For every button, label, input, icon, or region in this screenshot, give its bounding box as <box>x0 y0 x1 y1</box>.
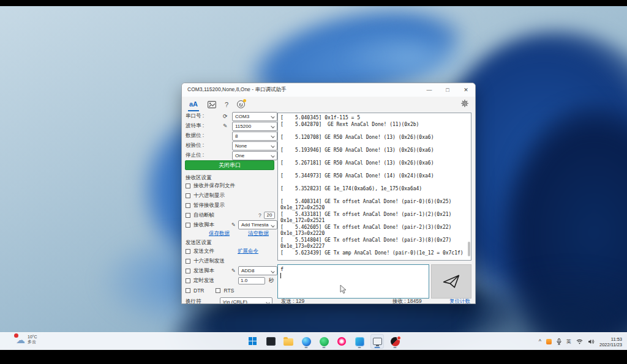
auto-break-help[interactable]: ? <box>258 212 261 218</box>
letterbox-top <box>0 0 627 6</box>
start-button[interactable] <box>246 334 260 349</box>
minimize-button[interactable]: — <box>420 83 438 97</box>
log-scrollbar[interactable] <box>468 242 470 256</box>
receive-log-text: [ 5.040345] 0x1f-115 = 5 [ 5.042870] GE … <box>278 113 471 258</box>
cb-row-auto-break: 自动断帧 ? 20 <box>186 211 275 219</box>
wallpaper-bloom-petal <box>343 31 478 86</box>
taskbar-app-green[interactable] <box>317 334 331 349</box>
databits-select[interactable]: 8 <box>232 132 277 141</box>
parity-select[interactable]: None <box>232 141 277 150</box>
file-explorer-button[interactable] <box>282 334 295 349</box>
ime-indicator[interactable]: 英 <box>566 340 571 344</box>
receive-log-area[interactable]: [ 5.040345] 0x1f-115 = 5 [ 5.042870] GE … <box>277 113 471 261</box>
send-script-select[interactable]: ADD8 <box>238 266 277 275</box>
checkbox-hex-display[interactable] <box>186 193 190 198</box>
clear-data-link[interactable]: 清空数据 <box>248 230 269 237</box>
checkbox-send-file[interactable] <box>186 249 190 254</box>
edit-pen-icon[interactable]: ✎ <box>231 222 236 228</box>
chevron-down-icon <box>271 154 274 157</box>
edge-icon <box>302 337 311 346</box>
edit-pen-icon[interactable]: ✎ <box>223 123 228 129</box>
cb-label: 十六进制发送 <box>193 258 225 265</box>
stopbits-label: 停止位 : <box>186 152 204 159</box>
baud-row: 波特率 : ✎ 115200 <box>186 121 275 131</box>
edge-browser-button[interactable] <box>299 334 313 349</box>
edit-pen-icon[interactable]: ✎ <box>231 268 236 273</box>
timed-send-interval-input[interactable]: 1.0 <box>238 277 265 284</box>
wifi-icon[interactable] <box>576 339 583 344</box>
serial-assistant-taskbar-button[interactable] <box>370 334 384 349</box>
tray-chevron-up-icon[interactable]: ^ <box>539 339 541 344</box>
running-indicator <box>358 347 361 348</box>
microphone-icon[interactable] <box>557 338 561 345</box>
notification-badge <box>397 336 401 340</box>
taskbar-app-red[interactable] <box>388 334 402 349</box>
dtr-label: DTR <box>193 288 204 294</box>
font-view-icon[interactable]: aA <box>188 98 199 111</box>
plot-view-icon[interactable] <box>208 98 216 111</box>
send-section-title: 发送区设置 <box>186 239 212 247</box>
auto-break-input[interactable]: 20 <box>264 212 275 219</box>
settings-gear-icon[interactable] <box>460 99 469 109</box>
close-button[interactable]: ✕ <box>457 83 475 97</box>
taskbar-app-box[interactable] <box>353 334 366 349</box>
system-tray: ^ 英 11:53 2022/11/23 <box>539 333 622 351</box>
folder-icon <box>283 338 293 346</box>
cb-label: 发送脚本 <box>193 267 214 275</box>
tray-app-icon[interactable] <box>546 339 552 344</box>
send-button[interactable] <box>431 264 471 299</box>
checkbox-rts[interactable] <box>216 288 220 293</box>
receive-script-select[interactable]: Add Timesta <box>238 220 277 229</box>
cb-label: 接收并保存到文件 <box>193 182 235 190</box>
maximize-button[interactable]: □ <box>438 83 457 97</box>
parity-label: 校验位 : <box>186 142 204 149</box>
checkbox-send-script[interactable] <box>186 269 190 273</box>
checkbox-pause-display[interactable] <box>186 203 190 208</box>
receive-script-value: Add Timesta <box>241 222 268 228</box>
statusbar: 发送 : 129 接收 : 18459 复位计数 <box>277 298 471 304</box>
close-port-button[interactable]: 关闭串口 <box>185 160 274 170</box>
stopbits-value: One <box>235 153 244 158</box>
stopbits-select[interactable]: One <box>232 151 277 160</box>
checkbox-receive-script[interactable] <box>186 223 190 228</box>
feedback-smiley-icon[interactable] <box>237 98 245 111</box>
cb-row-hex-send: 十六进制发送 <box>186 257 275 265</box>
newline-select[interactable]: \r\n (CRLF) <box>220 297 272 304</box>
port-select[interactable]: COM3 <box>232 112 277 121</box>
tray-date: 2022/11/23 <box>599 342 622 347</box>
recv-count: 18459 <box>407 298 422 304</box>
cb-row-send-file: 发送文件 扩展命令 <box>186 247 275 255</box>
chevron-down-icon <box>271 144 274 147</box>
baud-select[interactable]: 115200 <box>232 122 277 131</box>
cb-label: 接收脚本 <box>193 221 214 229</box>
weather-widget[interactable]: ☁ 10°C 多云 <box>16 335 37 344</box>
chevron-down-icon <box>271 114 274 118</box>
clock[interactable]: 11:53 2022/11/23 <box>599 336 622 347</box>
checkbox-hex-send[interactable] <box>186 259 190 264</box>
checkbox-timed-send[interactable] <box>186 278 190 283</box>
save-data-link[interactable]: 保存数据 <box>209 230 230 237</box>
tray-time: 11:53 <box>611 336 622 342</box>
receive-section-title: 接收区设置 <box>186 174 212 182</box>
send-script-value: ADD8 <box>241 268 254 273</box>
checkbox-save-to-file[interactable] <box>186 184 190 188</box>
reset-counter-link[interactable]: 复位计数 <box>449 298 470 304</box>
checkbox-dtr[interactable] <box>186 288 190 293</box>
cb-label: 定时发送 <box>193 277 214 284</box>
taskbar-app-dark[interactable] <box>264 334 277 349</box>
letterbox-bottom <box>0 350 627 364</box>
send-input[interactable]: f <box>277 264 429 299</box>
volume-icon[interactable] <box>588 339 595 344</box>
taskbar-app-flower[interactable] <box>335 334 348 349</box>
refresh-icon[interactable]: ⟳ <box>223 113 228 119</box>
extend-command-link[interactable]: 扩展命令 <box>238 248 258 255</box>
timed-send-unit: 秒 <box>269 277 274 284</box>
cb-label: 暂停接收显示 <box>193 202 225 209</box>
titlebar[interactable]: COM3,115200,None,8,One - 串口调试助手 — □ ✕ <box>182 83 475 97</box>
send-input-value: f <box>278 265 429 272</box>
help-icon[interactable]: ? <box>225 98 228 111</box>
checkbox-auto-break[interactable] <box>186 213 190 218</box>
port-row: 串口号 : ⟳ COM3 <box>186 111 275 121</box>
cb-label: 十六进制显示 <box>193 192 225 199</box>
active-indicator <box>375 347 380 348</box>
